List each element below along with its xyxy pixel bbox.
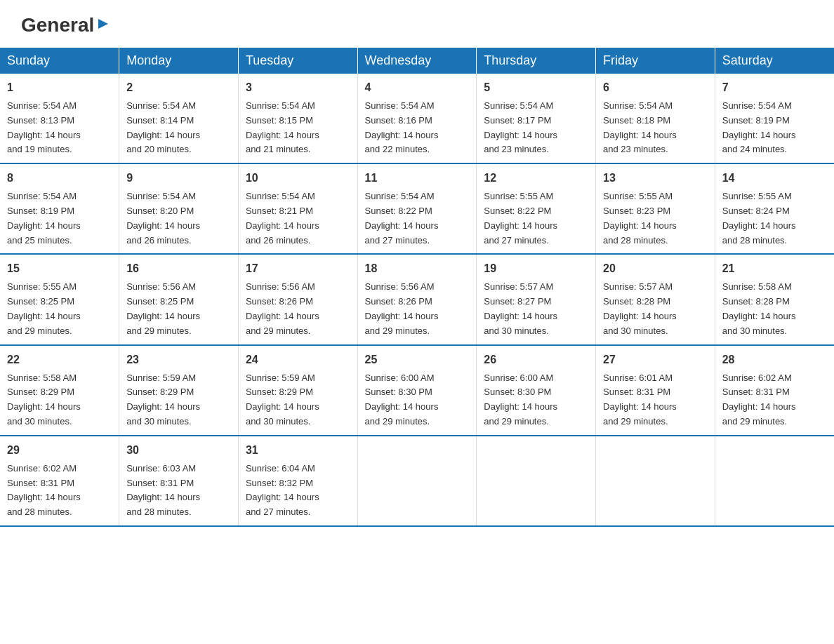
day-info: Sunrise: 5:55 AMSunset: 8:22 PMDaylight:… xyxy=(484,191,557,245)
day-number: 14 xyxy=(722,170,827,187)
weekday-header-wednesday: Wednesday xyxy=(357,48,477,74)
day-number: 27 xyxy=(603,351,708,368)
calendar-cell: 10 Sunrise: 5:54 AMSunset: 8:21 PMDaylig… xyxy=(238,163,357,254)
calendar-cell xyxy=(357,436,477,526)
day-info: Sunrise: 5:54 AMSunset: 8:22 PMDaylight:… xyxy=(365,191,439,245)
calendar-cell: 20 Sunrise: 5:57 AMSunset: 8:28 PMDaylig… xyxy=(596,254,715,344)
day-info: Sunrise: 5:59 AMSunset: 8:29 PMDaylight:… xyxy=(246,373,319,427)
day-number: 3 xyxy=(246,79,350,96)
calendar-cell: 21 Sunrise: 5:58 AMSunset: 8:28 PMDaylig… xyxy=(715,254,834,344)
calendar-cell: 17 Sunrise: 5:56 AMSunset: 8:26 PMDaylig… xyxy=(238,254,357,344)
calendar-cell: 15 Sunrise: 5:55 AMSunset: 8:25 PMDaylig… xyxy=(0,254,119,344)
calendar-cell: 3 Sunrise: 5:54 AMSunset: 8:15 PMDayligh… xyxy=(238,74,357,163)
day-info: Sunrise: 6:00 AMSunset: 8:30 PMDaylight:… xyxy=(484,373,557,427)
weekday-header-thursday: Thursday xyxy=(477,48,596,74)
calendar-week-3: 15 Sunrise: 5:55 AMSunset: 8:25 PMDaylig… xyxy=(0,254,834,344)
calendar-week-5: 29 Sunrise: 6:02 AMSunset: 8:31 PMDaylig… xyxy=(0,436,834,526)
calendar-cell: 11 Sunrise: 5:54 AMSunset: 8:22 PMDaylig… xyxy=(357,163,477,254)
calendar-table: SundayMondayTuesdayWednesdayThursdayFrid… xyxy=(0,48,834,527)
calendar-cell: 8 Sunrise: 5:54 AMSunset: 8:19 PMDayligh… xyxy=(0,163,119,254)
day-number: 2 xyxy=(126,79,231,96)
day-info: Sunrise: 5:54 AMSunset: 8:14 PMDaylight:… xyxy=(126,100,200,154)
calendar-cell: 1 Sunrise: 5:54 AMSunset: 8:13 PMDayligh… xyxy=(0,74,119,163)
calendar-week-1: 1 Sunrise: 5:54 AMSunset: 8:13 PMDayligh… xyxy=(0,74,834,163)
day-info: Sunrise: 6:02 AMSunset: 8:31 PMDaylight:… xyxy=(7,463,81,517)
calendar-cell: 5 Sunrise: 5:54 AMSunset: 8:17 PMDayligh… xyxy=(477,74,596,163)
calendar-cell: 28 Sunrise: 6:02 AMSunset: 8:31 PMDaylig… xyxy=(715,345,834,436)
day-number: 20 xyxy=(603,260,708,277)
weekday-header-tuesday: Tuesday xyxy=(238,48,357,74)
weekday-header-friday: Friday xyxy=(596,48,715,74)
day-info: Sunrise: 6:04 AMSunset: 8:32 PMDaylight:… xyxy=(246,463,319,517)
logo-general: General xyxy=(21,14,94,36)
day-number: 17 xyxy=(246,260,350,277)
day-number: 15 xyxy=(7,260,112,277)
weekday-header-monday: Monday xyxy=(119,48,239,74)
day-number: 26 xyxy=(484,351,588,368)
svg-marker-0 xyxy=(98,19,108,29)
day-number: 22 xyxy=(7,351,112,368)
day-info: Sunrise: 6:02 AMSunset: 8:31 PMDaylight:… xyxy=(722,373,796,427)
weekday-header-saturday: Saturday xyxy=(715,48,834,74)
calendar-cell: 16 Sunrise: 5:56 AMSunset: 8:25 PMDaylig… xyxy=(119,254,239,344)
day-number: 7 xyxy=(722,79,827,96)
day-number: 16 xyxy=(126,260,231,277)
day-number: 29 xyxy=(7,442,112,459)
day-number: 11 xyxy=(365,170,470,187)
day-number: 13 xyxy=(603,170,708,187)
logo-arrow-icon xyxy=(95,14,111,36)
calendar-cell: 18 Sunrise: 5:56 AMSunset: 8:26 PMDaylig… xyxy=(357,254,477,344)
day-info: Sunrise: 5:54 AMSunset: 8:19 PMDaylight:… xyxy=(7,191,81,245)
day-number: 19 xyxy=(484,260,588,277)
day-number: 18 xyxy=(365,260,470,277)
calendar-week-4: 22 Sunrise: 5:58 AMSunset: 8:29 PMDaylig… xyxy=(0,345,834,436)
calendar-cell: 25 Sunrise: 6:00 AMSunset: 8:30 PMDaylig… xyxy=(357,345,477,436)
logo-name: General xyxy=(21,14,111,36)
day-info: Sunrise: 5:54 AMSunset: 8:18 PMDaylight:… xyxy=(603,100,677,154)
day-number: 9 xyxy=(126,170,231,187)
calendar-cell xyxy=(596,436,715,526)
day-info: Sunrise: 6:00 AMSunset: 8:30 PMDaylight:… xyxy=(365,373,439,427)
day-number: 4 xyxy=(365,79,470,96)
page-header: General xyxy=(0,0,834,41)
day-info: Sunrise: 5:55 AMSunset: 8:25 PMDaylight:… xyxy=(7,281,81,335)
weekday-header-sunday: Sunday xyxy=(0,48,119,74)
day-info: Sunrise: 5:56 AMSunset: 8:25 PMDaylight:… xyxy=(126,281,200,335)
day-number: 28 xyxy=(722,351,827,368)
calendar-cell: 2 Sunrise: 5:54 AMSunset: 8:14 PMDayligh… xyxy=(119,74,239,163)
calendar-cell: 30 Sunrise: 6:03 AMSunset: 8:31 PMDaylig… xyxy=(119,436,239,526)
day-info: Sunrise: 5:54 AMSunset: 8:19 PMDaylight:… xyxy=(722,100,796,154)
calendar-cell: 27 Sunrise: 6:01 AMSunset: 8:31 PMDaylig… xyxy=(596,345,715,436)
day-number: 8 xyxy=(7,170,112,187)
calendar-cell: 29 Sunrise: 6:02 AMSunset: 8:31 PMDaylig… xyxy=(0,436,119,526)
day-info: Sunrise: 5:54 AMSunset: 8:13 PMDaylight:… xyxy=(7,100,81,154)
calendar-header-row: SundayMondayTuesdayWednesdayThursdayFrid… xyxy=(0,48,834,74)
calendar-cell xyxy=(477,436,596,526)
day-info: Sunrise: 5:54 AMSunset: 8:17 PMDaylight:… xyxy=(484,100,557,154)
day-number: 6 xyxy=(603,79,708,96)
day-info: Sunrise: 5:54 AMSunset: 8:15 PMDaylight:… xyxy=(246,100,319,154)
day-number: 23 xyxy=(126,351,231,368)
day-info: Sunrise: 5:56 AMSunset: 8:26 PMDaylight:… xyxy=(246,281,319,335)
day-number: 30 xyxy=(126,442,231,459)
day-info: Sunrise: 5:57 AMSunset: 8:28 PMDaylight:… xyxy=(603,281,677,335)
calendar-cell: 4 Sunrise: 5:54 AMSunset: 8:16 PMDayligh… xyxy=(357,74,477,163)
day-info: Sunrise: 5:54 AMSunset: 8:16 PMDaylight:… xyxy=(365,100,439,154)
day-info: Sunrise: 5:59 AMSunset: 8:29 PMDaylight:… xyxy=(126,373,200,427)
day-number: 31 xyxy=(246,442,350,459)
day-info: Sunrise: 6:01 AMSunset: 8:31 PMDaylight:… xyxy=(603,373,677,427)
calendar-cell xyxy=(715,436,834,526)
day-number: 21 xyxy=(722,260,827,277)
calendar-cell: 12 Sunrise: 5:55 AMSunset: 8:22 PMDaylig… xyxy=(477,163,596,254)
day-number: 5 xyxy=(484,79,588,96)
calendar-cell: 6 Sunrise: 5:54 AMSunset: 8:18 PMDayligh… xyxy=(596,74,715,163)
calendar-cell: 19 Sunrise: 5:57 AMSunset: 8:27 PMDaylig… xyxy=(477,254,596,344)
calendar-cell: 22 Sunrise: 5:58 AMSunset: 8:29 PMDaylig… xyxy=(0,345,119,436)
day-info: Sunrise: 5:55 AMSunset: 8:23 PMDaylight:… xyxy=(603,191,677,245)
calendar-cell: 7 Sunrise: 5:54 AMSunset: 8:19 PMDayligh… xyxy=(715,74,834,163)
day-info: Sunrise: 5:54 AMSunset: 8:21 PMDaylight:… xyxy=(246,191,319,245)
calendar-cell: 24 Sunrise: 5:59 AMSunset: 8:29 PMDaylig… xyxy=(238,345,357,436)
calendar-cell: 23 Sunrise: 5:59 AMSunset: 8:29 PMDaylig… xyxy=(119,345,239,436)
day-info: Sunrise: 6:03 AMSunset: 8:31 PMDaylight:… xyxy=(126,463,200,517)
logo: General xyxy=(21,14,111,34)
